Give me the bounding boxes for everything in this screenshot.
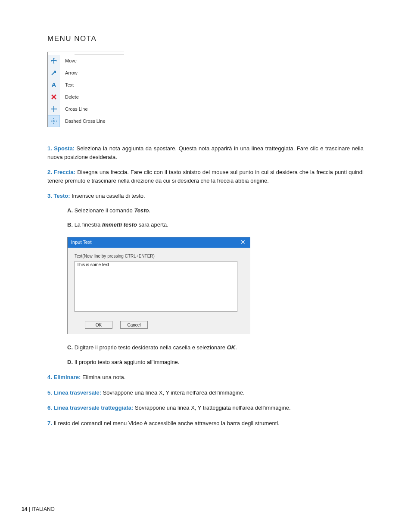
sub-list: A. Selezionare il comando Testo. B. La f… xyxy=(67,206,364,229)
list-item: 6. Linea trasversale tratteggiata: Sovra… xyxy=(47,404,364,412)
menu-item-cross-line[interactable]: Cross Line xyxy=(48,103,124,115)
sub-bold: Immetti testo xyxy=(102,221,137,228)
close-button[interactable]: ✕ xyxy=(236,237,250,248)
item-number: 3. xyxy=(47,193,52,199)
menu-item-move[interactable]: Move xyxy=(48,55,124,67)
sub-post: . xyxy=(235,344,237,351)
item-text: Sovrappone una linea X, Y intera nell'ar… xyxy=(103,389,245,396)
sub-pre: Il proprio testo sarà aggiunto all'immag… xyxy=(75,359,180,365)
item-label: Linea trasversale: xyxy=(53,389,101,396)
menu-item-arrow[interactable]: Arrow xyxy=(48,67,124,79)
item-number: 6. xyxy=(47,404,52,411)
list-item: 1. Sposta: Seleziona la nota aggiunta da… xyxy=(47,144,364,161)
item-number: 5. xyxy=(47,389,52,396)
sub-letter: D. xyxy=(67,359,73,365)
footer-lang: ITALIANO xyxy=(31,506,55,512)
item-number: 2. xyxy=(47,169,52,175)
item-label: Eliminare: xyxy=(53,374,81,380)
item-text: Disegna una freccia. Fare clic con il ta… xyxy=(47,169,364,184)
list-item: 2. Freccia: Disegna una freccia. Fare cl… xyxy=(47,168,364,185)
menu-label-move: Move xyxy=(60,58,77,63)
list-item: 3. Testo: Inserisce una casella di testo… xyxy=(47,192,364,366)
menu-label-delete: Delete xyxy=(60,94,79,100)
sub-pre: La finestra xyxy=(75,221,102,228)
text-icon: A xyxy=(48,79,60,91)
sub-item: C. Digitare il proprio testo desiderato … xyxy=(67,343,364,352)
item-text: Elimina una nota. xyxy=(82,374,125,380)
dashed-cross-line-icon xyxy=(48,115,60,127)
menu-label-cross-line: Cross Line xyxy=(60,106,88,112)
dialog-body: Text(New line by pressing CTRL+ENTER) OK… xyxy=(68,248,250,334)
input-text-dialog: Input Text ✕ Text(New line by pressing C… xyxy=(67,237,250,334)
sub-pre: Selezionare il comando xyxy=(75,207,134,214)
sub-bold: Testo xyxy=(134,207,149,214)
instruction-list: 1. Sposta: Seleziona la nota aggiunta da… xyxy=(47,144,364,427)
note-menu: Move Arrow A Text Delete Cross Line xyxy=(47,52,124,127)
menu-label-dashed-cross-line: Dashed Cross Line xyxy=(60,118,106,124)
item-label: Sposta: xyxy=(54,145,75,152)
ok-button[interactable]: OK xyxy=(85,321,112,329)
list-item: 5. Linea trasversale: Sovrappone una lin… xyxy=(47,389,364,397)
list-item: 4. Eliminare: Elimina una nota. xyxy=(47,373,364,382)
item-text: Seleziona la nota aggiunta da spostare. … xyxy=(47,145,364,160)
sub-item: D. Il proprio testo sarà aggiunto all'im… xyxy=(67,358,364,367)
move-icon xyxy=(48,55,60,67)
item-label: Linea trasversale tratteggiata: xyxy=(53,404,133,411)
item-label: Freccia: xyxy=(54,169,75,175)
sub-post: sarà aperta. xyxy=(137,221,168,228)
sub-letter: A. xyxy=(67,207,73,214)
menu-item-dashed-cross-line[interactable]: Dashed Cross Line xyxy=(48,115,124,127)
item-label: Testo: xyxy=(53,193,70,199)
cancel-button[interactable]: Cancel xyxy=(120,321,148,329)
item-text: Inserisce una casella di testo. xyxy=(72,193,145,199)
close-icon: ✕ xyxy=(240,238,246,247)
delete-icon xyxy=(48,91,60,103)
list-item: 7. Il resto dei comandi nel menu Video è… xyxy=(47,419,364,428)
sub-list-after: C. Digitare il proprio testo desiderato … xyxy=(67,343,364,366)
item-text: Il resto dei comandi nel menu Video è ac… xyxy=(53,420,279,426)
page-footer: 14 | ITALIANO xyxy=(22,506,55,512)
dialog-hint: Text(New line by pressing CTRL+ENTER) xyxy=(75,253,243,259)
dialog-buttons: OK Cancel xyxy=(85,321,243,329)
cross-line-icon xyxy=(48,103,60,115)
dialog-titlebar: Input Text ✕ xyxy=(68,237,250,248)
item-number: 4. xyxy=(47,374,52,380)
menu-item-text[interactable]: A Text xyxy=(48,79,124,91)
dialog-title: Input Text xyxy=(71,239,92,246)
sub-item: B. La finestra Immetti testo sarà aperta… xyxy=(67,221,364,229)
sub-post: . xyxy=(149,207,151,214)
menu-item-delete[interactable]: Delete xyxy=(48,91,124,103)
sub-pre: Digitare il proprio testo desiderato nel… xyxy=(75,344,227,351)
dialog-textarea[interactable] xyxy=(75,261,237,312)
item-number: 1. xyxy=(47,145,52,152)
sub-item: A. Selezionare il comando Testo. xyxy=(67,206,364,215)
arrow-icon xyxy=(48,67,60,79)
footer-sep: | xyxy=(27,506,31,512)
item-text: Sovrappone una linea X, Y tratteggiata n… xyxy=(135,404,291,411)
sub-bold: OK xyxy=(227,344,236,351)
item-number: 7. xyxy=(47,420,52,426)
sub-letter: B. xyxy=(67,221,73,228)
menu-label-arrow: Arrow xyxy=(60,70,78,75)
section-title: MENU NOTA xyxy=(47,34,364,43)
svg-text:A: A xyxy=(52,81,56,88)
menu-label-text: Text xyxy=(60,82,74,87)
sub-letter: C. xyxy=(67,344,73,351)
page-number: 14 xyxy=(22,506,27,512)
